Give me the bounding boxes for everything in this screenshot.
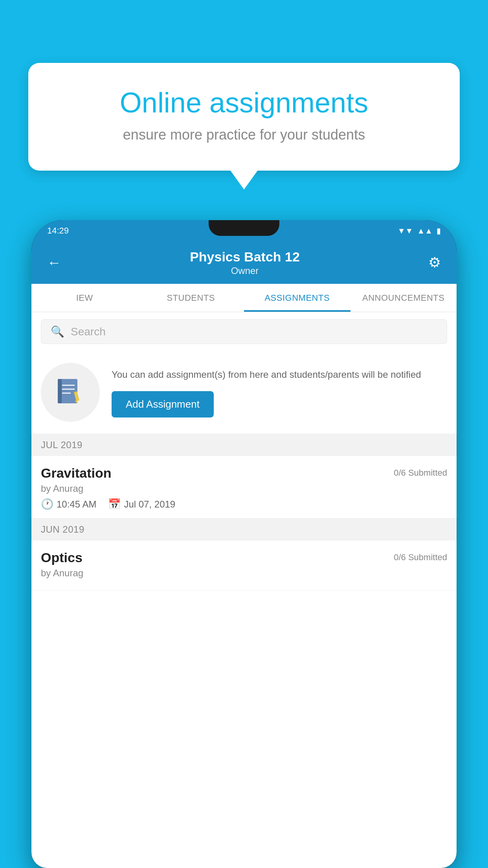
phone-notch	[209, 220, 279, 236]
tab-assignments[interactable]: ASSIGNMENTS	[244, 284, 350, 312]
svg-rect-2	[58, 379, 62, 403]
search-icon: 🔍	[51, 325, 64, 338]
phone-screen: IEW STUDENTS ASSIGNMENTS ANNOUNCEMENTS 🔍…	[31, 284, 457, 868]
assignment-time: 🕐 10:45 AM	[41, 498, 96, 510]
battery-icon: ▮	[437, 226, 441, 235]
info-card: Online assignments ensure more practice …	[28, 63, 460, 171]
search-container: 🔍 Search	[31, 312, 457, 351]
assignment-item-optics[interactable]: Optics 0/6 Submitted by Anurag	[31, 541, 457, 591]
app-bar-title-wrap: Physics Batch 12 Owner	[190, 249, 300, 276]
add-assignment-right: You can add assignment(s) from here and …	[112, 368, 447, 417]
status-time: 14:29	[47, 226, 69, 236]
assignment-item-top-optics: Optics 0/6 Submitted	[41, 550, 447, 565]
status-icons: ▼▼ ▲▲ ▮	[398, 226, 441, 235]
signal-icon: ▲▲	[417, 226, 433, 235]
settings-icon[interactable]: ⚙	[428, 254, 441, 271]
tab-students[interactable]: STUDENTS	[138, 284, 244, 312]
assignment-item-gravitation[interactable]: Gravitation 0/6 Submitted by Anurag 🕐 10…	[31, 456, 457, 519]
assignment-date: 📅 Jul 07, 2019	[108, 498, 175, 510]
notebook-icon	[55, 377, 86, 408]
clock-icon: 🕐	[41, 498, 53, 510]
assignment-submitted-optics: 0/6 Submitted	[394, 552, 447, 563]
wifi-icon: ▼▼	[398, 226, 413, 235]
phone-frame: 14:29 ▼▼ ▲▲ ▮ ← Physics Batch 12 Owner ⚙…	[31, 220, 457, 868]
month-header-jun: JUN 2019	[31, 519, 457, 541]
search-placeholder: Search	[71, 326, 106, 338]
month-header-jul: JUL 2019	[31, 434, 457, 456]
app-bar: ← Physics Batch 12 Owner ⚙	[31, 241, 457, 284]
tab-iew[interactable]: IEW	[31, 284, 138, 312]
app-bar-title: Physics Batch 12	[190, 249, 300, 265]
assignment-icon-circle	[41, 363, 100, 422]
assignment-meta: 🕐 10:45 AM 📅 Jul 07, 2019	[41, 498, 447, 510]
assignment-name-optics: Optics	[41, 550, 83, 565]
search-bar[interactable]: 🔍 Search	[41, 319, 447, 344]
assignment-item-top: Gravitation 0/6 Submitted	[41, 465, 447, 481]
assignment-by-optics: by Anurag	[41, 568, 447, 579]
app-bar-subtitle: Owner	[190, 265, 300, 276]
add-assignment-button[interactable]: Add Assignment	[112, 391, 214, 417]
info-card-title: Online assignments	[56, 86, 432, 119]
back-button[interactable]: ←	[47, 254, 61, 271]
assignment-by: by Anurag	[41, 483, 447, 494]
tabs-bar: IEW STUDENTS ASSIGNMENTS ANNOUNCEMENTS	[31, 284, 457, 312]
add-assignment-section: You can add assignment(s) from here and …	[31, 351, 457, 434]
svg-rect-1	[60, 379, 77, 403]
calendar-icon: 📅	[108, 498, 121, 510]
add-assignment-description: You can add assignment(s) from here and …	[112, 368, 447, 382]
info-card-subtitle: ensure more practice for your students	[56, 127, 432, 143]
assignment-name: Gravitation	[41, 465, 111, 481]
tab-announcements[interactable]: ANNOUNCEMENTS	[350, 284, 457, 312]
assignment-submitted: 0/6 Submitted	[394, 468, 447, 478]
